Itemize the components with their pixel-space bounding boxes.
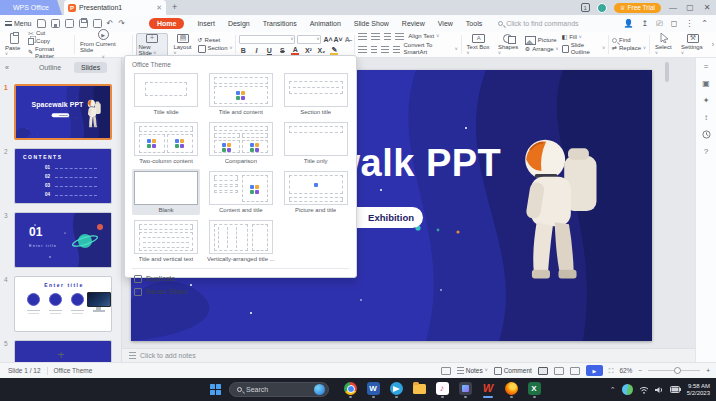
- maximize-button[interactable]: ▢: [685, 3, 695, 12]
- picture-button[interactable]: Picture: [525, 36, 559, 45]
- window-count-badge[interactable]: 1: [581, 3, 590, 12]
- arrange-button[interactable]: ⚙Arrange˅: [525, 46, 559, 53]
- sort-slides-icon[interactable]: ↕: [704, 113, 708, 122]
- slide-3-thumb[interactable]: 01Enter title: [14, 212, 112, 268]
- menu-tab-review[interactable]: Review: [402, 20, 425, 27]
- slide-1-thumb[interactable]: Spacewalk PPTExhibition: [14, 84, 112, 140]
- increase-font-icon[interactable]: A˄: [323, 36, 331, 43]
- align-left-icon[interactable]: [358, 33, 367, 40]
- save-icon[interactable]: [51, 19, 60, 28]
- slide-title-text[interactable]: Spacewalk PPT: [31, 100, 83, 109]
- justify-icon[interactable]: [358, 46, 366, 53]
- add-slide-button[interactable]: +: [0, 348, 122, 362]
- notes-bar[interactable]: Click to add notes: [122, 348, 695, 362]
- main-menu-button[interactable]: Menu: [5, 20, 32, 27]
- clear-format-icon[interactable]: A̶: [343, 36, 351, 43]
- menu-tab-slide-show[interactable]: Slide Show: [354, 20, 389, 27]
- layout-option-title-and-vertical-text[interactable]: Title and vertical text: [132, 218, 200, 264]
- menu-tab-design[interactable]: Design: [228, 20, 250, 27]
- zoom-slider-knob[interactable]: [674, 367, 681, 374]
- taskbar-app-telegram[interactable]: [389, 382, 403, 398]
- convert-smartart-button[interactable]: Convert To SmartArt˅: [404, 42, 458, 56]
- slideshow-play-button[interactable]: ▶: [586, 365, 603, 376]
- slide-4-thumb[interactable]: Enter title: [14, 276, 112, 332]
- free-trial-button[interactable]: ♕Free Trial: [614, 3, 661, 13]
- find-button[interactable]: Find: [612, 37, 646, 44]
- duplicate-slide-menu-item[interactable]: Duplicate: [132, 272, 349, 285]
- tab-slides[interactable]: Slides: [74, 62, 107, 73]
- decrease-font-icon[interactable]: A˅: [333, 36, 341, 43]
- columns-icon[interactable]: [395, 33, 404, 40]
- taskbar-app-chrome[interactable]: [343, 382, 357, 398]
- layout-option-section-title[interactable]: Section title: [282, 71, 350, 117]
- font-size-combobox[interactable]: ˅: [297, 35, 321, 44]
- rail-handle-icon[interactable]: =: [704, 62, 709, 71]
- object-properties-icon[interactable]: ▣: [702, 79, 710, 88]
- layout-option-vertically-arranged-title[interactable]: Vertically-arranged title ...: [205, 218, 277, 264]
- menu-tab-animation[interactable]: Animation: [310, 20, 341, 27]
- slide-outline-button[interactable]: Slide Outline˅: [562, 42, 606, 56]
- menu-tab-tools[interactable]: Tools: [466, 20, 482, 27]
- fill-button[interactable]: ◧Fill˅: [562, 34, 606, 41]
- more-vertical-icon[interactable]: ⋮: [685, 19, 693, 28]
- layout-option-comparison[interactable]: Comparison: [205, 120, 277, 166]
- share-icon[interactable]: ↥: [642, 19, 649, 28]
- taskbar-app-file-explorer[interactable]: [412, 382, 426, 394]
- notes-toggle[interactable]: Notes˅: [457, 367, 488, 374]
- menu-tab-home[interactable]: Home: [149, 18, 184, 29]
- italic-button[interactable]: I: [252, 47, 260, 54]
- battery-icon[interactable]: [670, 386, 681, 393]
- taskbar-app-music[interactable]: ♪: [435, 382, 449, 398]
- align-center-icon[interactable]: [371, 33, 380, 40]
- start-button[interactable]: [210, 384, 221, 395]
- menu-tab-insert[interactable]: Insert: [197, 20, 215, 27]
- copy-button[interactable]: Copy: [28, 38, 71, 45]
- section-button[interactable]: Section˅: [198, 45, 233, 53]
- volume-icon[interactable]: [655, 386, 664, 394]
- bullets-icon[interactable]: [371, 46, 377, 53]
- contacts-icon[interactable]: 👤: [624, 19, 634, 28]
- collapse-panel-icon[interactable]: «: [0, 64, 14, 71]
- menu-tab-view[interactable]: View: [438, 20, 453, 27]
- paste-button[interactable]: Paste ˅: [3, 33, 25, 57]
- layout-option-title-only[interactable]: Title only: [282, 120, 350, 166]
- print-icon[interactable]: [79, 19, 88, 28]
- help-icon[interactable]: ?: [704, 147, 708, 156]
- taskbar-app-firefox[interactable]: [504, 382, 518, 398]
- tab-outline[interactable]: Outline: [32, 62, 68, 73]
- slide-2-thumb[interactable]: CONTENTS01020304: [14, 148, 112, 204]
- new-tab-button[interactable]: +: [172, 2, 177, 12]
- font-color-button[interactable]: A: [291, 46, 299, 55]
- taskbar-clock[interactable]: 9:58 AM 5/2/2023: [687, 383, 710, 397]
- animation-icon[interactable]: ✦: [703, 96, 710, 105]
- settings-button[interactable]: ⚒Settings ˅: [679, 34, 707, 56]
- undo-icon[interactable]: ↶: [107, 19, 114, 28]
- text-box-button[interactable]: AText Box ˅: [465, 34, 493, 56]
- subscript-button[interactable]: X₂: [317, 47, 325, 54]
- export-icon[interactable]: [65, 19, 74, 28]
- taskbar-app-excel[interactable]: X: [527, 382, 541, 398]
- zoom-in-button[interactable]: +: [706, 367, 710, 374]
- zoom-slider[interactable]: [648, 370, 700, 371]
- reading-view-icon[interactable]: [570, 367, 580, 375]
- from-current-slide-button[interactable]: ▶From Current Slide˅: [78, 29, 129, 60]
- underline-button[interactable]: U: [265, 47, 273, 54]
- layout-option-picture-and-title[interactable]: Picture and title: [282, 169, 350, 215]
- vertical-scrollbar[interactable]: [665, 62, 669, 342]
- wifi-icon[interactable]: [639, 386, 649, 394]
- taskbar-app-paint[interactable]: [458, 382, 472, 398]
- strikethrough-button[interactable]: S: [278, 47, 286, 54]
- app-home-tab[interactable]: WPS Office: [0, 0, 62, 15]
- comment-bubble-icon[interactable]: ◻: [671, 19, 678, 28]
- ribbon-expand-icon[interactable]: ›: [710, 32, 716, 57]
- new-slide-button[interactable]: +New Slide ˅: [136, 33, 169, 57]
- align-right-icon[interactable]: [384, 33, 391, 40]
- print-preview-icon[interactable]: [93, 19, 102, 28]
- shapes-button[interactable]: Shapes ˅: [496, 33, 522, 56]
- layout-option-title-slide[interactable]: Title slide: [132, 71, 200, 117]
- close-tab-icon[interactable]: ✕: [156, 4, 162, 12]
- slide-sorter-view-icon[interactable]: [554, 367, 564, 375]
- exhibition-pill-button[interactable]: Exhibition: [52, 113, 69, 117]
- bold-button[interactable]: B: [239, 47, 247, 54]
- layout-button[interactable]: ▤Layout ˅: [171, 34, 194, 56]
